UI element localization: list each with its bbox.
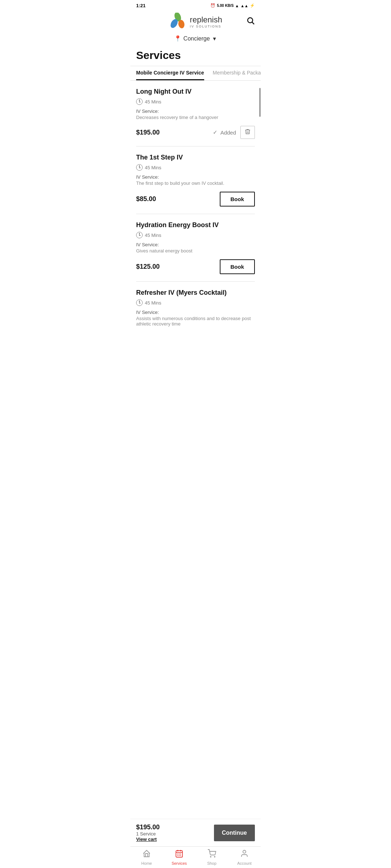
added-label: Added — [220, 129, 236, 136]
remove-service-1-button[interactable] — [240, 126, 255, 139]
service-price-3: $125.00 — [136, 263, 160, 271]
alarm-icon: ⏰ — [210, 3, 215, 8]
status-time: 1:21 — [136, 3, 146, 8]
service-footer-1: $195.00 ✓ Added — [136, 126, 255, 139]
service-desc-label-2: IV Service: — [136, 174, 255, 180]
service-name-3: Hydration Energy Boost IV — [136, 221, 255, 229]
service-duration-2: 45 Mins — [136, 164, 255, 171]
status-icons: ⏰ 5.00 KB/S ▲ ▲▲ ⚡ — [210, 3, 255, 8]
clock-icon-3 — [136, 232, 143, 238]
clock-icon-4 — [136, 299, 143, 306]
book-service-2-button[interactable]: Book — [220, 192, 255, 207]
service-item-1: Long Night Out IV 45 Mins IV Service: De… — [136, 81, 255, 146]
wifi-icon: ▲ — [235, 4, 239, 8]
service-duration-1: 45 Mins — [136, 98, 255, 105]
clock-icon-2 — [136, 164, 143, 171]
check-icon: ✓ — [213, 129, 218, 136]
svg-line-4 — [252, 22, 255, 25]
tab-membership-package[interactable]: Membership & Package I.V. Service — [213, 66, 261, 80]
service-name-1: Long Night Out IV — [136, 88, 255, 95]
service-action-1: ✓ Added — [213, 126, 255, 139]
service-desc-label-1: IV Service: — [136, 109, 255, 114]
page-title: Services — [130, 46, 261, 66]
book-service-3-button[interactable]: Book — [220, 259, 255, 274]
logo-text: replenish IV SOLUTIONS — [190, 15, 222, 28]
logo: replenish IV SOLUTIONS — [169, 13, 222, 31]
service-footer-2: $85.00 Book — [136, 192, 255, 207]
service-name-2: The 1st Step IV — [136, 154, 255, 161]
network-speed: 5.00 KB/S — [217, 4, 234, 8]
location-pin-icon: 📍 — [174, 35, 181, 42]
location-name: Concierge — [184, 35, 210, 42]
service-item-3: Hydration Energy Boost IV 45 Mins IV Ser… — [136, 214, 255, 282]
battery-icon: ⚡ — [250, 3, 255, 8]
service-duration-4: 45 Mins — [136, 299, 255, 306]
added-status-1: ✓ Added — [213, 129, 236, 136]
clock-icon-1 — [136, 98, 143, 105]
chevron-down-icon: ▼ — [212, 36, 217, 42]
services-list: Long Night Out IV 45 Mins IV Service: De… — [130, 81, 261, 390]
logo-icon — [169, 13, 187, 31]
service-desc-label-4: IV Service: — [136, 310, 255, 315]
service-desc-3: Gives natural energy boost — [136, 248, 255, 254]
service-desc-label-3: IV Service: — [136, 242, 255, 247]
services-container: Long Night Out IV 45 Mins IV Service: De… — [130, 81, 261, 340]
service-duration-3: 45 Mins — [136, 232, 255, 238]
status-bar: 1:21 ⏰ 5.00 KB/S ▲ ▲▲ ⚡ — [130, 0, 261, 10]
tabs-container: Mobile Concierge IV Service Membership &… — [130, 66, 261, 81]
service-item-2: The 1st Step IV 45 Mins IV Service: The … — [136, 146, 255, 214]
service-name-4: Refresher IV (Myers Cocktail) — [136, 289, 255, 297]
scroll-indicator — [259, 88, 261, 117]
service-footer-3: $125.00 Book — [136, 259, 255, 274]
svg-point-3 — [248, 18, 253, 23]
location-bar[interactable]: 📍 Concierge ▼ — [130, 34, 261, 46]
service-price-1: $195.00 — [136, 129, 160, 136]
service-price-2: $85.00 — [136, 195, 156, 203]
service-desc-2: The first step to build your own IV cock… — [136, 180, 255, 186]
search-button[interactable] — [246, 16, 255, 27]
service-desc-4: Assists with numerous conditions and to … — [136, 316, 255, 327]
service-item-4: Refresher IV (Myers Cocktail) 45 Mins IV… — [136, 282, 255, 340]
signal-icon: ▲▲ — [240, 4, 248, 8]
header: replenish IV SOLUTIONS — [130, 10, 261, 34]
tab-mobile-concierge[interactable]: Mobile Concierge IV Service — [136, 66, 204, 80]
service-desc-1: Decreases recovery time of a hangover — [136, 115, 255, 120]
